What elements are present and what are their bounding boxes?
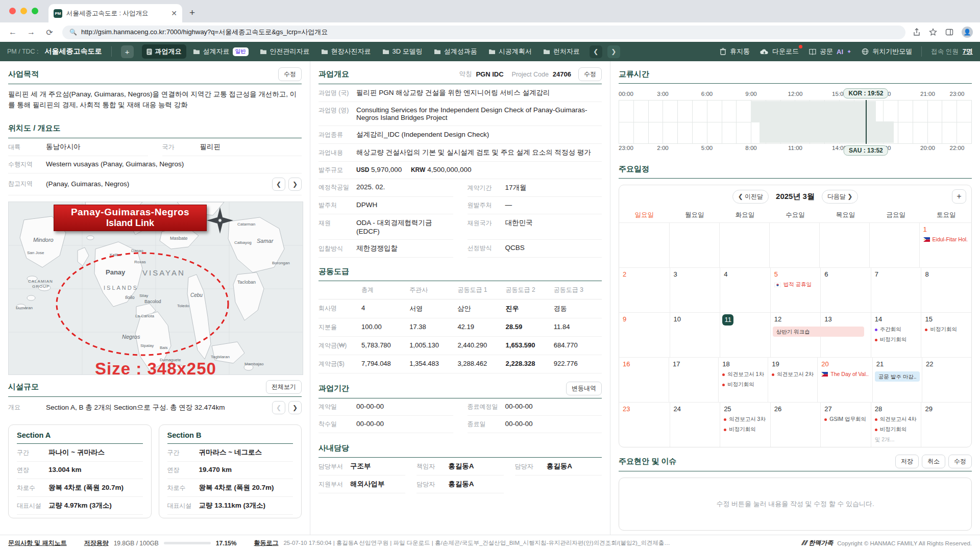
issues-save-button[interactable]: 저장	[895, 455, 919, 468]
ref-next-button[interactable]: ❯	[288, 178, 302, 191]
calendar-day-29[interactable]: 29	[921, 402, 971, 447]
nav-action-globe[interactable]: 위치기반모델	[862, 47, 912, 56]
calendar-day-12[interactable]: 12상반기 워크숍	[770, 312, 821, 357]
purpose-body: 필리핀 세 개 주요섬(Panay, Guimaras, Negros)을 연결…	[8, 84, 302, 112]
browser-tabstrip: PM 서울세종고속도로 : 사업개요 ✕ +	[0, 0, 980, 22]
nav-action-book[interactable]: 공문AI✦	[809, 47, 851, 56]
field-label: 원발주처	[468, 201, 505, 210]
calendar-day-4[interactable]: 4	[720, 267, 770, 312]
purpose-edit-button[interactable]: 수정	[278, 67, 302, 81]
facility-viewall-button[interactable]: 전체보기	[266, 380, 302, 394]
session-count[interactable]: 7명	[963, 47, 973, 56]
calendar-day-21[interactable]: 21공문 발주 마감..	[872, 357, 922, 402]
calendar-day-3[interactable]: 3	[670, 267, 720, 312]
add-tab-button[interactable]: +	[121, 45, 134, 58]
nav-tab-현장사진자료[interactable]: 현장사진자료	[316, 44, 376, 59]
nav-action-cloud[interactable]: 다운로드	[760, 47, 799, 56]
calendar-day-5[interactable]: 5법적 공휴일	[770, 267, 821, 312]
nav-tab-과업개요[interactable]: 과업개요	[142, 44, 186, 59]
calendar-day-8[interactable]: 8	[921, 267, 971, 312]
faq-link[interactable]: 문의사항 및 패치노트	[8, 539, 67, 547]
sidebar-icon[interactable]	[945, 28, 953, 36]
tabs-scroll-right-button[interactable]: ❯	[607, 45, 620, 58]
calendar-day-1[interactable]: 1Eidul-Fitar Hol.	[919, 222, 971, 267]
day-number: 15	[925, 315, 932, 323]
calendar-day-9[interactable]: 9	[619, 312, 670, 357]
calendar-day-empty[interactable]	[719, 222, 769, 267]
tabs-scroll-left-button[interactable]: ❮	[590, 45, 602, 58]
calendar-day-26[interactable]: 26	[770, 402, 821, 447]
calendar-day-empty[interactable]	[819, 222, 869, 267]
calendar-day-20[interactable]: 20The Day of Val..	[817, 357, 872, 402]
nav-action-trash[interactable]: 휴지통	[720, 47, 750, 56]
calendar-day-6[interactable]: 6	[820, 267, 871, 312]
back-icon[interactable]: ←	[7, 28, 18, 37]
calendar-day-25[interactable]: 25의견보고서 3차비정기회의	[720, 402, 770, 447]
calendar-day-10[interactable]: 10	[670, 312, 720, 357]
browser-tab[interactable]: PM 서울세종고속도로 : 사업개요 ✕	[48, 4, 182, 22]
issues-placeholder-box[interactable]: 수정 버튼을 눌러 내용을 작성 및 수정 할 수 있습니다.	[619, 478, 972, 531]
facility-prev-button[interactable]: ❮	[272, 401, 285, 414]
new-tab-button[interactable]: +	[189, 7, 195, 18]
calendar-day-empty[interactable]	[769, 222, 819, 267]
field-row: 과업내용해상교량 건설사업의 기본 및 실시설계 검토 및 주요 설계 요소의 …	[318, 144, 602, 162]
project-code-label: Project Code	[512, 71, 549, 78]
abbr-value: PGN IDC	[476, 70, 503, 78]
field-row: 계약일00-00-00	[318, 398, 453, 416]
period-history-button[interactable]: 변동내역	[566, 382, 602, 395]
calendar-day-empty[interactable]	[619, 222, 669, 267]
nav-tab-런처자료[interactable]: 런처자료	[538, 44, 584, 59]
field-row: 재원국가대한민국	[468, 214, 602, 240]
calendar-day-11[interactable]: 11	[720, 312, 770, 357]
calendar-day-24[interactable]: 24	[670, 402, 720, 447]
tab-close-icon[interactable]: ✕	[171, 9, 177, 17]
calendar-day-empty[interactable]	[669, 222, 719, 267]
nav-tab-3D 모델링[interactable]: 3D 모델링	[378, 44, 427, 59]
continent-field: 대륙 동남아시아	[8, 138, 148, 156]
calendar-day-16[interactable]: 16	[619, 357, 669, 402]
calendar-add-event-button[interactable]: +	[952, 189, 966, 204]
issues-edit-button[interactable]: 수정	[948, 455, 972, 468]
calendar-day-27[interactable]: 27GSIM 업무회의	[820, 402, 871, 447]
activity-log-label[interactable]: 활동로그	[254, 539, 278, 547]
calendar-prev-month-button[interactable]: ❮ 이전달	[732, 190, 769, 204]
bookmark-star-icon[interactable]	[929, 28, 937, 36]
minimize-window-button[interactable]	[20, 8, 27, 14]
calendar-day-2[interactable]: 2	[619, 267, 670, 312]
profile-avatar[interactable]: 👤	[962, 27, 973, 38]
maximize-window-button[interactable]	[32, 8, 38, 14]
nav-tab-안전관리자료[interactable]: 안전관리자료	[255, 44, 314, 59]
forward-icon[interactable]: →	[26, 28, 37, 37]
region-field: 수행지역 Western vusayas (Panay, Guimaras, N…	[8, 156, 302, 173]
calendar-day-7[interactable]: 7	[871, 267, 921, 312]
storage-label[interactable]: 저장용량	[84, 539, 109, 547]
consortium-col-header: 공동도급 2	[506, 281, 554, 299]
calendar-day-empty[interactable]	[869, 222, 919, 267]
task-edit-button[interactable]: 수정	[578, 67, 602, 81]
timezone-grid	[619, 100, 972, 144]
nav-tab-설계성과품[interactable]: 설계성과품	[429, 44, 482, 59]
url-bar[interactable]: 🔍 http://gsim.hanmaceng.co.kr:7000/highw…	[62, 26, 905, 39]
calendar-day-15[interactable]: 15비정기회의	[921, 312, 971, 357]
calendar-day-22[interactable]: 22	[922, 357, 971, 402]
time-tick: 22:00	[950, 145, 965, 151]
nav-tab-설계자료[interactable]: 설계자료일반	[188, 44, 253, 59]
nav-tab-시공계획서[interactable]: 시공계획서	[484, 44, 536, 59]
favicon: PM	[54, 9, 62, 18]
calendar-day-23[interactable]: 23	[619, 402, 670, 447]
calendar-day-28[interactable]: 28의견보고서 4차비정기회의및 2개...	[871, 402, 921, 447]
facility-next-button[interactable]: ❯	[288, 401, 302, 414]
calendar-day-19[interactable]: 19의견보고서 2차	[768, 357, 817, 402]
share-icon[interactable]	[913, 28, 921, 36]
reload-icon[interactable]: ⟳	[44, 28, 55, 37]
calendar-day-14[interactable]: 14주간회의비정기회의	[871, 312, 921, 357]
calendar-next-month-button[interactable]: 다음달 ❯	[822, 190, 858, 204]
issues-cancel-button[interactable]: 취소	[922, 455, 945, 468]
calendar-day-17[interactable]: 17	[669, 357, 718, 402]
close-window-button[interactable]	[9, 8, 16, 14]
folder-icon	[193, 48, 200, 55]
ref-prev-button[interactable]: ❮	[272, 178, 285, 191]
window-controls[interactable]	[9, 8, 38, 14]
calendar-day-18[interactable]: 18의견보고서 1차비정기회의	[718, 357, 768, 402]
event-banner: 상반기 워크숍	[773, 327, 864, 337]
